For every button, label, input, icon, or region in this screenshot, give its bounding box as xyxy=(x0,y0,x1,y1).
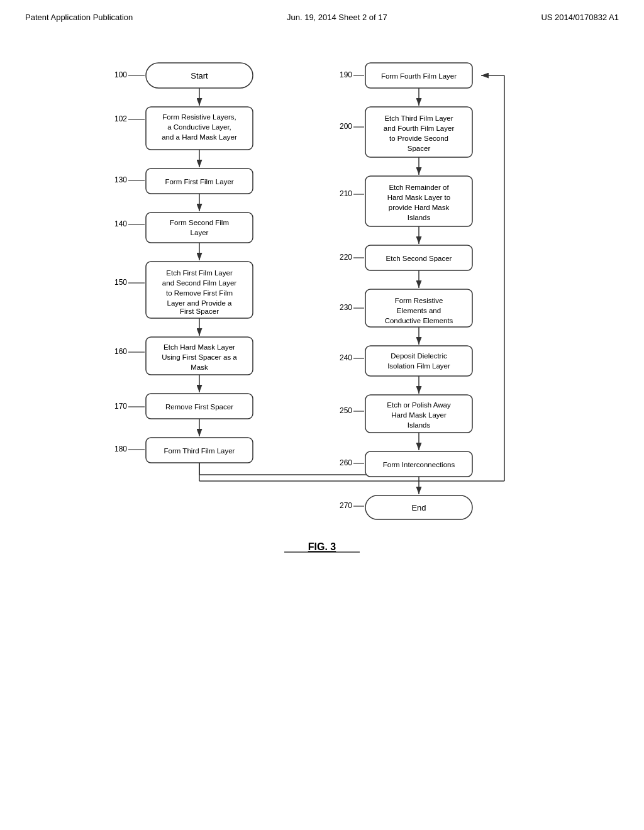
header-center: Jun. 19, 2014 Sheet 2 of 17 xyxy=(287,13,387,22)
svg-text:provide Hard Mask: provide Hard Mask xyxy=(389,204,450,211)
svg-text:to Remove First Film: to Remove First Film xyxy=(166,289,233,297)
svg-text:100: 100 xyxy=(114,70,127,79)
svg-text:Mask: Mask xyxy=(191,363,208,371)
svg-text:Form Fourth Film Layer: Form Fourth Film Layer xyxy=(381,72,457,80)
svg-text:Form Second Film: Form Second Film xyxy=(170,219,229,226)
svg-text:Etch or Polish Away: Etch or Polish Away xyxy=(387,401,451,409)
svg-text:250: 250 xyxy=(340,406,352,415)
svg-text:170: 170 xyxy=(114,402,127,411)
svg-text:Isolation Film Layer: Isolation Film Layer xyxy=(387,362,450,370)
svg-text:Spacer: Spacer xyxy=(408,145,431,152)
svg-text:to Provide Second: to Provide Second xyxy=(389,135,448,142)
svg-text:Etch Remainder of: Etch Remainder of xyxy=(389,184,449,191)
svg-text:Form First Film Layer: Form First Film Layer xyxy=(165,178,233,185)
header: Patent Application Publication Jun. 19, … xyxy=(25,13,619,22)
svg-text:102: 102 xyxy=(114,114,127,123)
svg-text:and a Hard Mask Layer: and a Hard Mask Layer xyxy=(162,133,237,141)
svg-text:Etch Third Film Layer: Etch Third Film Layer xyxy=(384,114,453,122)
svg-text:200: 200 xyxy=(340,122,352,131)
svg-text:and Second Film Layer: and Second Film Layer xyxy=(162,279,236,287)
svg-text:and Fourth Film Layer: and Fourth Film Layer xyxy=(384,124,455,132)
page: Patent Application Publication Jun. 19, … xyxy=(0,0,644,830)
svg-text:180: 180 xyxy=(114,445,127,453)
header-right: US 2014/0170832 A1 xyxy=(541,13,619,22)
svg-text:Layer: Layer xyxy=(191,229,209,236)
svg-text:Start: Start xyxy=(191,71,208,80)
svg-text:140: 140 xyxy=(114,219,127,228)
svg-text:Hard Mask Layer: Hard Mask Layer xyxy=(391,411,447,419)
svg-text:Etch Hard Mask Layer: Etch Hard Mask Layer xyxy=(164,343,235,351)
svg-text:Hard Mask Layer  to: Hard Mask Layer to xyxy=(387,194,450,201)
svg-rect-20 xyxy=(146,213,253,243)
svg-text:270: 270 xyxy=(340,501,352,510)
svg-text:Elements and: Elements and xyxy=(397,307,441,314)
svg-text:Islands: Islands xyxy=(408,421,431,429)
diagram-area: 100 Start 102 Form Resistive Layers, a C… xyxy=(25,41,619,795)
svg-text:Using First Spacer as a: Using First Spacer as a xyxy=(162,353,237,361)
svg-text:Islands: Islands xyxy=(408,214,431,221)
svg-text:Etch Second Spacer: Etch Second Spacer xyxy=(386,255,452,262)
header-left: Patent Application Publication xyxy=(25,13,133,22)
svg-rect-91 xyxy=(365,346,472,376)
svg-text:230: 230 xyxy=(340,303,352,312)
svg-text:160: 160 xyxy=(114,347,127,356)
svg-text:Deposit Dielectric: Deposit Dielectric xyxy=(391,352,447,360)
svg-text:190: 190 xyxy=(340,70,352,79)
svg-text:Remove First Spacer: Remove First Spacer xyxy=(165,403,233,411)
svg-text:Form Resistive: Form Resistive xyxy=(395,297,443,304)
svg-text:End: End xyxy=(411,503,426,512)
svg-text:Form Third Film Layer: Form Third Film Layer xyxy=(164,447,235,455)
svg-text:240: 240 xyxy=(340,353,352,362)
svg-text:Conductive Elements: Conductive Elements xyxy=(385,317,453,324)
svg-text:First Spacer: First Spacer xyxy=(180,307,219,315)
svg-text:Form Resistive Layers,: Form Resistive Layers, xyxy=(162,113,236,121)
svg-text:220: 220 xyxy=(340,253,352,262)
svg-text:Etch First Film Layer: Etch First Film Layer xyxy=(166,269,233,277)
svg-text:130: 130 xyxy=(114,175,127,184)
svg-text:Layer and Provide a: Layer and Provide a xyxy=(167,299,233,307)
flowchart-svg: 100 Start 102 Form Resistive Layers, a C… xyxy=(52,47,592,789)
svg-text:a Conductive Layer,: a Conductive Layer, xyxy=(167,123,231,131)
svg-text:210: 210 xyxy=(340,189,352,198)
svg-text:FIG. 3: FIG. 3 xyxy=(308,541,336,552)
svg-text:150: 150 xyxy=(114,278,127,287)
svg-text:Form Interconnections: Form Interconnections xyxy=(383,461,455,468)
svg-text:260: 260 xyxy=(340,458,352,467)
